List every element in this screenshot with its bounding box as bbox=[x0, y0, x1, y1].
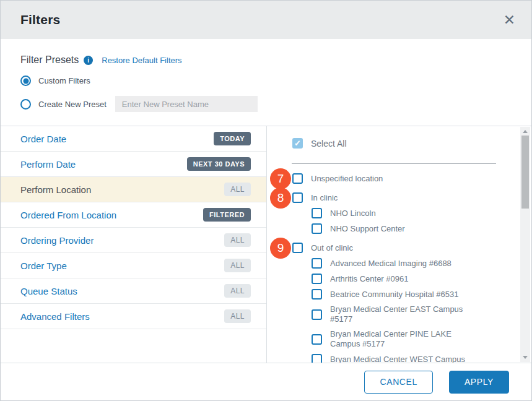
filter-category-badge: ALL bbox=[224, 183, 251, 196]
divider bbox=[292, 163, 496, 164]
scrollbar[interactable] bbox=[520, 127, 530, 362]
filter-presets-label: Filter Presets bbox=[20, 54, 79, 66]
select-all-label: Select All bbox=[311, 139, 347, 149]
custom-filters-option[interactable]: Custom Filters bbox=[20, 75, 512, 86]
dialog-title: Filters bbox=[20, 12, 60, 27]
dialog-body: Order Date TODAY Perform Date NEXT 30 DA… bbox=[1, 126, 531, 363]
location-panel: ✓ Select All 7 Unspecified location 8 In… bbox=[267, 126, 531, 363]
create-new-preset-radio[interactable] bbox=[20, 99, 31, 110]
filter-category-badge: FILTERED bbox=[203, 208, 251, 222]
location-label: Advanced Medical Imaging #6688 bbox=[330, 259, 451, 269]
filter-presets-section: Filter Presets i Restore Default Filters… bbox=[1, 39, 531, 126]
location-checkbox[interactable] bbox=[312, 274, 322, 284]
location-checkbox[interactable] bbox=[292, 192, 303, 203]
notification-badge: 9 bbox=[270, 238, 291, 259]
filter-category-list: Order Date TODAY Perform Date NEXT 30 DA… bbox=[1, 126, 267, 363]
filter-category-badge: ALL bbox=[224, 309, 251, 323]
custom-filters-radio[interactable] bbox=[20, 75, 31, 86]
filter-category-badge: ALL bbox=[224, 284, 251, 298]
location-checkbox[interactable] bbox=[312, 208, 322, 218]
scroll-up-icon[interactable] bbox=[523, 130, 528, 133]
location-checkbox-row[interactable]: Bryan Medical Center PINE LAKE Campus #5… bbox=[267, 329, 519, 349]
create-new-preset-option[interactable]: Create New Preset bbox=[20, 96, 512, 112]
location-checkbox-row[interactable]: Advanced Medical Imaging #6688 bbox=[267, 258, 519, 269]
create-new-preset-label: Create New Preset bbox=[38, 100, 107, 109]
location-label: NHO Support Center bbox=[330, 224, 405, 234]
location-label: Arthritis Center #0961 bbox=[330, 274, 408, 284]
location-label: Beatrice Community Hospital #6531 bbox=[330, 290, 458, 300]
location-label: NHO Lincoln bbox=[330, 209, 376, 218]
filter-category-label: Ordering Provider bbox=[20, 235, 94, 246]
restore-default-filters-link[interactable]: Restore Default Filters bbox=[102, 56, 181, 65]
location-checkbox[interactable] bbox=[312, 354, 322, 363]
filter-category-label: Order Date bbox=[20, 134, 66, 144]
location-checkbox[interactable] bbox=[312, 289, 322, 300]
location-checkbox-row[interactable]: 8 In clinic bbox=[267, 192, 519, 203]
location-checkbox-row[interactable]: 7 Unspecified location bbox=[267, 173, 519, 184]
notification-badge: 8 bbox=[270, 188, 291, 209]
location-checkbox[interactable] bbox=[312, 334, 322, 345]
location-checkbox-row[interactable]: 9 Out of clinic bbox=[267, 243, 519, 253]
new-preset-name-input[interactable] bbox=[115, 96, 258, 112]
filter-category-row[interactable]: Ordering Provider ALL bbox=[1, 228, 266, 253]
location-checkbox-row[interactable]: Arthritis Center #0961 bbox=[267, 274, 519, 284]
filter-category-row[interactable]: Ordered From Location FILTERED bbox=[1, 202, 266, 228]
dialog-header: Filters ✕ bbox=[1, 1, 531, 39]
filter-category-row[interactable]: Perform Location ALL bbox=[1, 177, 266, 202]
scroll-down-icon[interactable] bbox=[523, 356, 528, 359]
location-label: Out of clinic bbox=[311, 243, 353, 253]
location-checkbox[interactable] bbox=[292, 243, 303, 253]
location-label: Bryan Medical Center EAST Campus #5177 bbox=[330, 304, 473, 324]
filter-category-label: Ordered From Location bbox=[20, 210, 116, 220]
location-checkbox[interactable] bbox=[292, 173, 303, 184]
filter-category-row[interactable]: Queue Status ALL bbox=[1, 278, 266, 304]
dialog-footer: CANCEL APPLY bbox=[1, 363, 531, 400]
location-label: Bryan Medical Center PINE LAKE Campus #5… bbox=[330, 329, 473, 349]
filter-category-label: Advanced Filters bbox=[20, 311, 90, 322]
filter-category-label: Perform Date bbox=[20, 159, 76, 170]
filter-category-badge: ALL bbox=[224, 259, 251, 272]
filter-category-row[interactable]: Advanced Filters ALL bbox=[1, 304, 266, 329]
cancel-button[interactable]: CANCEL bbox=[364, 371, 432, 394]
filter-category-row[interactable]: Perform Date NEXT 30 DAYS bbox=[1, 152, 266, 177]
location-checkbox[interactable] bbox=[312, 258, 322, 269]
filter-category-row[interactable]: Order Date TODAY bbox=[1, 126, 266, 152]
location-list: 7 Unspecified location 8 In clinic NHO L… bbox=[267, 173, 519, 363]
filter-category-label: Perform Location bbox=[20, 184, 91, 195]
select-all-checkbox[interactable]: ✓ bbox=[292, 138, 303, 149]
location-label: Unspecified location bbox=[311, 174, 383, 184]
filter-category-badge: ALL bbox=[224, 233, 251, 247]
select-all-row[interactable]: ✓ Select All bbox=[292, 138, 519, 149]
filter-category-row[interactable]: Order Type ALL bbox=[1, 253, 266, 278]
close-icon[interactable]: ✕ bbox=[504, 13, 515, 27]
location-checkbox[interactable] bbox=[312, 309, 322, 320]
location-checkbox-row[interactable]: Bryan Medical Center WEST Campus bbox=[267, 354, 519, 363]
location-checkbox-row[interactable]: NHO Lincoln bbox=[267, 208, 519, 218]
scrollbar-thumb[interactable] bbox=[521, 136, 529, 209]
location-label: In clinic bbox=[311, 193, 338, 203]
custom-filters-label: Custom Filters bbox=[38, 76, 90, 85]
info-icon[interactable]: i bbox=[84, 56, 93, 65]
filter-category-badge: TODAY bbox=[214, 132, 251, 145]
location-checkbox-row[interactable]: NHO Support Center bbox=[267, 223, 519, 234]
filter-category-label: Queue Status bbox=[20, 286, 77, 296]
location-checkbox-row[interactable]: Bryan Medical Center EAST Campus #5177 bbox=[267, 304, 519, 324]
location-checkbox[interactable] bbox=[312, 223, 322, 234]
filter-category-label: Order Type bbox=[20, 261, 67, 271]
location-label: Bryan Medical Center WEST Campus bbox=[330, 355, 465, 363]
notification-badge: 7 bbox=[270, 168, 291, 189]
filter-category-badge: NEXT 30 DAYS bbox=[187, 157, 251, 171]
apply-button[interactable]: APPLY bbox=[449, 371, 509, 394]
filters-dialog: Filters ✕ Filter Presets i Restore Defau… bbox=[0, 0, 532, 401]
location-checkbox-row[interactable]: Beatrice Community Hospital #6531 bbox=[267, 289, 519, 300]
